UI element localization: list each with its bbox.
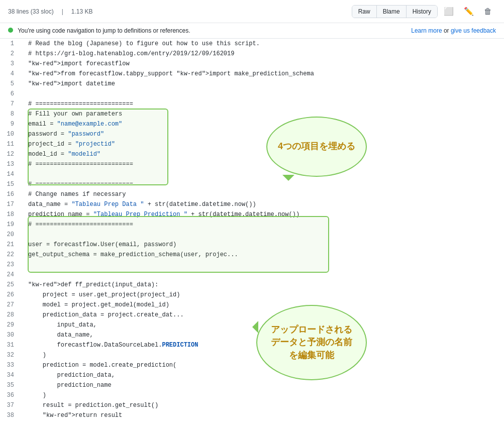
edit-icon[interactable]: ✏️ xyxy=(460,4,478,19)
line-code: prediction_data = project.create_dat... xyxy=(20,310,504,320)
line-number: 7 xyxy=(0,99,20,109)
line-number: 13 xyxy=(0,159,20,169)
line-code: "kw-red">return result xyxy=(20,410,504,420)
info-bar: You're using code navigation to jump to … xyxy=(0,23,504,39)
file-info: 38 lines (33 sloc) | 1.13 KB xyxy=(8,8,93,15)
info-links: Learn more or give us feedback xyxy=(411,27,496,34)
line-number: 14 xyxy=(0,169,20,179)
table-row: 15# =========================== xyxy=(0,179,504,189)
line-number: 35 xyxy=(0,380,20,390)
nav-info: You're using code navigation to jump to … xyxy=(8,27,190,34)
line-code xyxy=(20,230,504,240)
line-code: model = project.get_model(model_id) xyxy=(20,300,504,310)
line-number: 16 xyxy=(0,189,20,199)
table-row: 20 xyxy=(0,230,504,240)
line-code: ) xyxy=(20,390,504,400)
line-code: input_data, xyxy=(20,320,504,330)
table-row: 4"kw-red">from forecastflow.tabpy_suppor… xyxy=(0,69,504,79)
table-row: 6 xyxy=(0,89,504,99)
table-row: 14 xyxy=(0,169,504,179)
line-number: 3 xyxy=(0,59,20,69)
table-row: 33 prediction = model.create_prediction( xyxy=(0,360,504,370)
table-row: 22get_output_schema = make_prediction_sc… xyxy=(0,250,504,260)
line-code: "kw-red">import datetime xyxy=(20,79,504,89)
table-row: 24 xyxy=(0,270,504,280)
line-number: 1 xyxy=(0,39,20,49)
line-number: 20 xyxy=(0,230,20,240)
table-row: 12model_id = "modelid" xyxy=(0,149,504,159)
code-table: 1# Read the blog (Japanese) to figure ou… xyxy=(0,39,504,420)
line-number: 4 xyxy=(0,69,20,79)
table-row: 37 result = prediction.get_result() xyxy=(0,400,504,410)
table-row: 23 xyxy=(0,260,504,270)
code-container: 1# Read the blog (Japanese) to figure ou… xyxy=(0,39,504,420)
line-number: 24 xyxy=(0,270,20,280)
line-number: 8 xyxy=(0,109,20,119)
table-row: 21user = forecastflow.User(email, passwo… xyxy=(0,240,504,250)
line-code xyxy=(20,169,504,179)
line-code: "kw-red">import forecastflow xyxy=(20,59,504,69)
line-number: 34 xyxy=(0,370,20,380)
line-code: user = forecastflow.User(email, password… xyxy=(20,240,504,250)
green-dot xyxy=(8,28,13,33)
learn-more-link[interactable]: Learn more xyxy=(411,27,442,34)
line-code: result = prediction.get_result() xyxy=(20,400,504,410)
line-number: 12 xyxy=(0,149,20,159)
line-code: project_id = "projectid" xyxy=(20,139,504,149)
line-count: 38 lines (33 sloc) xyxy=(8,8,54,15)
line-code: # https://gri-blog.hatenablog.com/entry/… xyxy=(20,49,504,59)
line-code: # =========================== xyxy=(20,179,504,189)
line-number: 25 xyxy=(0,280,20,290)
line-number: 19 xyxy=(0,220,20,230)
table-row: 16# Change names if necessary xyxy=(0,189,504,199)
line-number: 18 xyxy=(0,209,20,220)
line-code: # Fill your own parameters xyxy=(20,109,504,119)
table-row: 1# Read the blog (Japanese) to figure ou… xyxy=(0,39,504,49)
table-row: 28 prediction_data = project.create_dat.… xyxy=(0,310,504,320)
table-row: 2# https://gri-blog.hatenablog.com/entry… xyxy=(0,49,504,59)
line-code xyxy=(20,270,504,280)
raw-button[interactable]: Raw xyxy=(352,6,377,18)
line-number: 17 xyxy=(0,199,20,209)
line-code: project = user.get_project(project_id) xyxy=(20,290,504,300)
history-button[interactable]: History xyxy=(407,6,437,18)
line-number: 36 xyxy=(0,390,20,400)
line-code: get_output_schema = make_prediction_sche… xyxy=(20,250,504,260)
line-code: prediction_data, xyxy=(20,370,504,380)
line-code: data_name = "Tableau Prep Data " + str(d… xyxy=(20,199,504,209)
line-number: 28 xyxy=(0,310,20,320)
table-row: 13# =========================== xyxy=(0,159,504,169)
line-code: "kw-red">def ff_predict(input_data): xyxy=(20,280,504,290)
file-size: 1.13 KB xyxy=(71,8,93,15)
table-row: 35 prediction_name xyxy=(0,380,504,390)
line-number: 2 xyxy=(0,49,20,59)
line-code: # Read the blog (Japanese) to figure out… xyxy=(20,39,504,49)
table-row: 25"kw-red">def ff_predict(input_data): xyxy=(0,280,504,290)
table-row: 5"kw-red">import datetime xyxy=(0,79,504,89)
feedback-link[interactable]: give us feedback xyxy=(451,27,496,34)
line-code: data_name, xyxy=(20,330,504,340)
line-code: prediction_name = "Tableau Prep Predicti… xyxy=(20,209,504,220)
line-number: 9 xyxy=(0,119,20,129)
toolbar: 38 lines (33 sloc) | 1.13 KB Raw Blame H… xyxy=(0,0,504,23)
blame-button[interactable]: Blame xyxy=(377,6,407,18)
line-code: email = "name@example.com" xyxy=(20,119,504,129)
line-code: forecastflow.DataSourceLabel.PREDICTION xyxy=(20,340,504,350)
delete-icon[interactable]: 🗑 xyxy=(480,5,496,19)
line-code: password = "password" xyxy=(20,129,504,139)
table-row: 17data_name = "Tableau Prep Data " + str… xyxy=(0,199,504,209)
table-row: 27 model = project.get_model(model_id) xyxy=(0,300,504,310)
line-number: 30 xyxy=(0,330,20,340)
line-number: 33 xyxy=(0,360,20,370)
table-row: 10password = "password" xyxy=(0,129,504,139)
desktop-icon[interactable]: ⬜ xyxy=(440,4,458,19)
line-code xyxy=(20,260,504,270)
line-number: 23 xyxy=(0,260,20,270)
table-row: 7# =========================== xyxy=(0,99,504,109)
line-number: 5 xyxy=(0,79,20,89)
line-code: # Change names if necessary xyxy=(20,189,504,199)
line-number: 37 xyxy=(0,400,20,410)
line-code: prediction_name xyxy=(20,380,504,390)
table-row: 36 ) xyxy=(0,390,504,400)
table-row: 29 input_data, xyxy=(0,320,504,330)
